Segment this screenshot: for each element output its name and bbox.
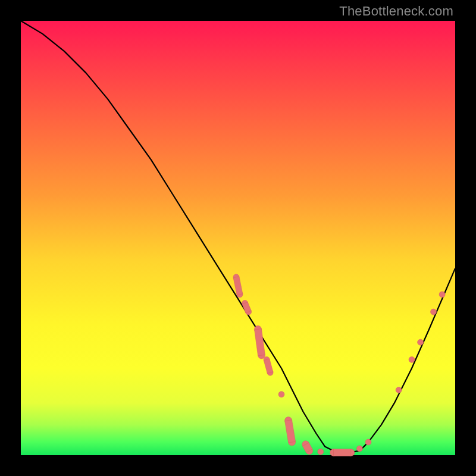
marker-pill bbox=[233, 277, 243, 295]
marker-dot bbox=[431, 309, 437, 315]
marker-dot bbox=[356, 446, 362, 452]
marker-dot bbox=[318, 449, 324, 455]
marker-pill bbox=[264, 359, 273, 374]
marker-dot bbox=[278, 392, 284, 397]
marker-pill bbox=[334, 449, 351, 456]
marker-pill bbox=[285, 420, 296, 443]
marker-pill bbox=[255, 328, 265, 355]
marker-dot bbox=[365, 439, 371, 445]
marker-dot bbox=[418, 339, 424, 345]
marker-dot bbox=[409, 356, 415, 362]
marker-pill bbox=[242, 302, 251, 313]
chart-overlay bbox=[21, 21, 455, 455]
marker-dot bbox=[396, 387, 402, 393]
watermark-text: TheBottleneck.com bbox=[339, 4, 453, 19]
bottleneck-curve bbox=[21, 21, 455, 453]
marker-dot bbox=[439, 292, 445, 298]
